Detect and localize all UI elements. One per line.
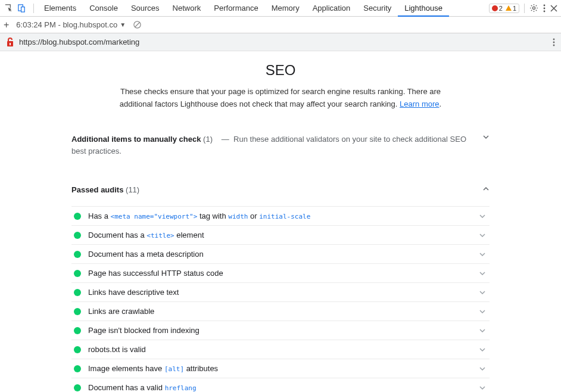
- tab-memory[interactable]: Memory: [265, 0, 306, 17]
- chevron-down-icon: [479, 327, 490, 334]
- pass-icon: [74, 384, 81, 391]
- lighthouse-toolbar: + 6:03:24 PM - blog.hubspot.co ▼: [0, 17, 561, 33]
- chevron-down-icon: [479, 346, 490, 353]
- tab-performance[interactable]: Performance: [207, 0, 264, 17]
- svg-point-5: [544, 10, 546, 12]
- tab-lighthouse[interactable]: Lighthouse: [398, 0, 449, 17]
- passed-audits-list: Has a <meta name="viewport"> tag with wi…: [71, 206, 490, 392]
- url-bar: https://blog.hubspot.com/marketing: [0, 33, 561, 51]
- panel-tabs: ElementsConsoleSourcesNetworkPerformance…: [38, 0, 489, 17]
- audit-row[interactable]: Links are crawlable: [71, 301, 490, 321]
- audit-row[interactable]: Document has a <title> element: [71, 225, 490, 244]
- devtools-tabbar: ElementsConsoleSourcesNetworkPerformance…: [0, 0, 561, 17]
- svg-point-2: [532, 7, 535, 9]
- chevron-down-icon: [479, 213, 490, 220]
- report-label: 6:03:24 PM - blog.hubspot.co: [16, 20, 117, 29]
- error-icon: [492, 5, 498, 11]
- device-toggle-icon[interactable]: [17, 4, 26, 13]
- chevron-down-icon: [479, 251, 490, 258]
- audit-row[interactable]: Document has a valid hreflang: [71, 378, 490, 392]
- pass-icon: [74, 213, 81, 220]
- error-count: 2: [499, 5, 503, 12]
- audit-row[interactable]: Page isn't blocked from indexing: [71, 321, 490, 340]
- tab-security[interactable]: Security: [357, 0, 398, 17]
- svg-point-11: [553, 44, 555, 46]
- dash: —: [222, 135, 229, 144]
- audit-row[interactable]: Document has a meta description: [71, 244, 490, 263]
- desc-text: These checks ensure that your page is op…: [120, 87, 441, 108]
- clear-icon[interactable]: [133, 20, 142, 29]
- svg-point-9: [553, 38, 555, 40]
- tabbar-right: 2 1: [489, 4, 557, 13]
- svg-point-10: [553, 41, 555, 43]
- warning-icon: [506, 5, 512, 11]
- chevron-down-icon: [479, 232, 490, 239]
- chevron-down-icon: ▼: [120, 21, 126, 28]
- audit-title: Has a <meta name="viewport"> tag with wi…: [88, 211, 310, 220]
- tab-elements[interactable]: Elements: [38, 0, 83, 17]
- audit-row[interactable]: Image elements have [alt] attributes: [71, 359, 490, 378]
- audit-row[interactable]: Links have descriptive text: [71, 282, 490, 301]
- passed-title: Passed audits: [71, 185, 123, 194]
- passed-audits-section[interactable]: Passed audits (11): [71, 181, 490, 199]
- chevron-down-icon: [479, 308, 490, 315]
- manual-count: (1): [203, 135, 213, 144]
- new-report-icon[interactable]: +: [4, 20, 9, 30]
- pass-icon: [74, 365, 81, 372]
- tab-sources[interactable]: Sources: [124, 0, 166, 17]
- audit-title: Image elements have [alt] attributes: [88, 364, 218, 373]
- inspect-icon[interactable]: [4, 4, 13, 13]
- tab-network[interactable]: Network: [166, 0, 208, 17]
- audit-title: Links are crawlable: [88, 307, 154, 316]
- svg-rect-8: [10, 43, 11, 45]
- error-warning-badge[interactable]: 2 1: [489, 4, 519, 13]
- chevron-down-icon: [479, 384, 490, 391]
- manual-checks-section[interactable]: Additional items to manually check (1) —…: [71, 129, 490, 163]
- report-menu-icon[interactable]: [553, 38, 555, 46]
- audit-row[interactable]: Page has successful HTTP status code: [71, 263, 490, 282]
- warning-count: 1: [513, 5, 516, 12]
- audit-title: Page isn't blocked from indexing: [88, 326, 200, 335]
- learn-more-link[interactable]: Learn more: [400, 99, 439, 108]
- pass-icon: [74, 270, 81, 277]
- svg-point-3: [544, 4, 546, 6]
- audit-title: Page has successful HTTP status code: [88, 269, 223, 278]
- pass-icon: [74, 308, 81, 315]
- pass-icon: [74, 327, 81, 334]
- audit-row[interactable]: robots.txt is valid: [71, 340, 490, 359]
- more-icon[interactable]: [543, 4, 546, 13]
- chevron-down-icon: [479, 365, 490, 372]
- tab-application[interactable]: Application: [306, 0, 357, 17]
- lighthouse-report: SEO These checks ensure that your page i…: [0, 51, 561, 392]
- close-icon[interactable]: [550, 5, 557, 12]
- pass-icon: [74, 346, 81, 353]
- chevron-up-icon: [482, 185, 490, 192]
- report-selector[interactable]: 6:03:24 PM - blog.hubspot.co ▼: [16, 20, 126, 29]
- divider: [33, 4, 34, 13]
- manual-title: Additional items to manually check: [71, 135, 201, 144]
- audit-title: Document has a <title> element: [88, 231, 204, 239]
- pass-icon: [74, 232, 81, 239]
- category-description: These checks ensure that your page is op…: [114, 86, 447, 111]
- chevron-down-icon: [482, 133, 490, 141]
- audit-title: Document has a meta description: [88, 250, 204, 259]
- category-heading: SEO: [71, 62, 490, 79]
- audit-title: Document has a valid hreflang: [88, 383, 197, 392]
- svg-point-4: [544, 7, 546, 9]
- audit-row[interactable]: Has a <meta name="viewport"> tag with wi…: [71, 206, 490, 225]
- desc-period: .: [440, 99, 442, 108]
- audit-title: Links have descriptive text: [88, 288, 179, 297]
- insecure-icon: [6, 37, 14, 48]
- page-url: https://blog.hubspot.com/marketing: [19, 38, 548, 46]
- chevron-down-icon: [479, 289, 490, 296]
- settings-icon[interactable]: [529, 4, 538, 13]
- pass-icon: [74, 289, 81, 296]
- divider: [524, 4, 525, 13]
- tab-console[interactable]: Console: [83, 0, 124, 17]
- pass-icon: [74, 251, 81, 258]
- passed-count: (11): [126, 185, 139, 194]
- audit-title: robots.txt is valid: [88, 345, 146, 354]
- svg-rect-1: [21, 7, 24, 12]
- chevron-down-icon: [479, 270, 490, 277]
